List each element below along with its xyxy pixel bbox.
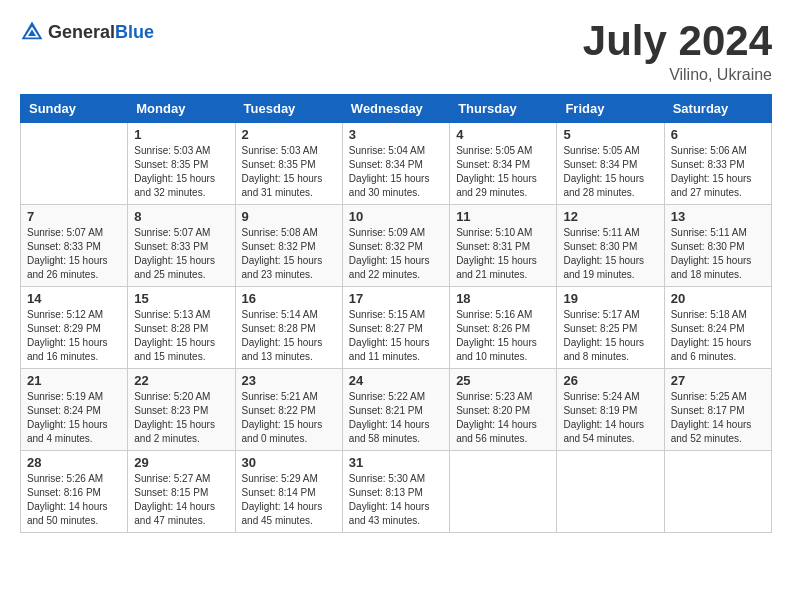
day-info: Sunrise: 5:06 AM Sunset: 8:33 PM Dayligh…: [671, 144, 765, 200]
day-info: Sunrise: 5:14 AM Sunset: 8:28 PM Dayligh…: [242, 308, 336, 364]
calendar-cell-w5-d4: 31Sunrise: 5:30 AM Sunset: 8:13 PM Dayli…: [342, 451, 449, 533]
location-subtitle: Vilino, Ukraine: [583, 66, 772, 84]
day-number: 18: [456, 291, 550, 306]
day-info: Sunrise: 5:04 AM Sunset: 8:34 PM Dayligh…: [349, 144, 443, 200]
calendar-cell-w4-d2: 22Sunrise: 5:20 AM Sunset: 8:23 PM Dayli…: [128, 369, 235, 451]
month-title: July 2024: [583, 20, 772, 62]
day-number: 28: [27, 455, 121, 470]
day-number: 12: [563, 209, 657, 224]
logo-blue-text: Blue: [115, 22, 154, 42]
day-info: Sunrise: 5:27 AM Sunset: 8:15 PM Dayligh…: [134, 472, 228, 528]
day-info: Sunrise: 5:21 AM Sunset: 8:22 PM Dayligh…: [242, 390, 336, 446]
calendar-cell-w3-d4: 17Sunrise: 5:15 AM Sunset: 8:27 PM Dayli…: [342, 287, 449, 369]
day-number: 15: [134, 291, 228, 306]
header-friday: Friday: [557, 95, 664, 123]
day-info: Sunrise: 5:11 AM Sunset: 8:30 PM Dayligh…: [671, 226, 765, 282]
day-info: Sunrise: 5:03 AM Sunset: 8:35 PM Dayligh…: [134, 144, 228, 200]
day-number: 22: [134, 373, 228, 388]
day-info: Sunrise: 5:10 AM Sunset: 8:31 PM Dayligh…: [456, 226, 550, 282]
day-number: 26: [563, 373, 657, 388]
day-info: Sunrise: 5:25 AM Sunset: 8:17 PM Dayligh…: [671, 390, 765, 446]
day-info: Sunrise: 5:22 AM Sunset: 8:21 PM Dayligh…: [349, 390, 443, 446]
calendar-cell-w5-d7: [664, 451, 771, 533]
day-info: Sunrise: 5:24 AM Sunset: 8:19 PM Dayligh…: [563, 390, 657, 446]
day-info: Sunrise: 5:11 AM Sunset: 8:30 PM Dayligh…: [563, 226, 657, 282]
day-info: Sunrise: 5:29 AM Sunset: 8:14 PM Dayligh…: [242, 472, 336, 528]
day-info: Sunrise: 5:23 AM Sunset: 8:20 PM Dayligh…: [456, 390, 550, 446]
calendar-cell-w4-d3: 23Sunrise: 5:21 AM Sunset: 8:22 PM Dayli…: [235, 369, 342, 451]
day-number: 11: [456, 209, 550, 224]
day-number: 21: [27, 373, 121, 388]
day-info: Sunrise: 5:17 AM Sunset: 8:25 PM Dayligh…: [563, 308, 657, 364]
calendar-cell-w5-d1: 28Sunrise: 5:26 AM Sunset: 8:16 PM Dayli…: [21, 451, 128, 533]
calendar-cell-w1-d3: 2Sunrise: 5:03 AM Sunset: 8:35 PM Daylig…: [235, 123, 342, 205]
day-info: Sunrise: 5:07 AM Sunset: 8:33 PM Dayligh…: [27, 226, 121, 282]
day-number: 1: [134, 127, 228, 142]
calendar-cell-w2-d7: 13Sunrise: 5:11 AM Sunset: 8:30 PM Dayli…: [664, 205, 771, 287]
calendar-cell-w1-d1: [21, 123, 128, 205]
calendar-week-3: 14Sunrise: 5:12 AM Sunset: 8:29 PM Dayli…: [21, 287, 772, 369]
day-info: Sunrise: 5:12 AM Sunset: 8:29 PM Dayligh…: [27, 308, 121, 364]
calendar-cell-w3-d6: 19Sunrise: 5:17 AM Sunset: 8:25 PM Dayli…: [557, 287, 664, 369]
calendar-header-row: Sunday Monday Tuesday Wednesday Thursday…: [21, 95, 772, 123]
day-info: Sunrise: 5:05 AM Sunset: 8:34 PM Dayligh…: [563, 144, 657, 200]
day-number: 31: [349, 455, 443, 470]
calendar-cell-w1-d4: 3Sunrise: 5:04 AM Sunset: 8:34 PM Daylig…: [342, 123, 449, 205]
calendar-cell-w3-d5: 18Sunrise: 5:16 AM Sunset: 8:26 PM Dayli…: [450, 287, 557, 369]
header-monday: Monday: [128, 95, 235, 123]
calendar-table: Sunday Monday Tuesday Wednesday Thursday…: [20, 94, 772, 533]
header-sunday: Sunday: [21, 95, 128, 123]
calendar-cell-w5-d3: 30Sunrise: 5:29 AM Sunset: 8:14 PM Dayli…: [235, 451, 342, 533]
calendar-cell-w2-d2: 8Sunrise: 5:07 AM Sunset: 8:33 PM Daylig…: [128, 205, 235, 287]
calendar-cell-w3-d1: 14Sunrise: 5:12 AM Sunset: 8:29 PM Dayli…: [21, 287, 128, 369]
calendar-cell-w1-d2: 1Sunrise: 5:03 AM Sunset: 8:35 PM Daylig…: [128, 123, 235, 205]
day-info: Sunrise: 5:19 AM Sunset: 8:24 PM Dayligh…: [27, 390, 121, 446]
day-number: 5: [563, 127, 657, 142]
calendar-cell-w4-d1: 21Sunrise: 5:19 AM Sunset: 8:24 PM Dayli…: [21, 369, 128, 451]
calendar-cell-w5-d5: [450, 451, 557, 533]
day-number: 29: [134, 455, 228, 470]
day-number: 27: [671, 373, 765, 388]
header-tuesday: Tuesday: [235, 95, 342, 123]
page-header: GeneralBlue July 2024 Vilino, Ukraine: [20, 20, 772, 84]
day-number: 2: [242, 127, 336, 142]
calendar-cell-w1-d7: 6Sunrise: 5:06 AM Sunset: 8:33 PM Daylig…: [664, 123, 771, 205]
day-info: Sunrise: 5:18 AM Sunset: 8:24 PM Dayligh…: [671, 308, 765, 364]
calendar-cell-w2-d6: 12Sunrise: 5:11 AM Sunset: 8:30 PM Dayli…: [557, 205, 664, 287]
day-number: 10: [349, 209, 443, 224]
calendar-cell-w4-d5: 25Sunrise: 5:23 AM Sunset: 8:20 PM Dayli…: [450, 369, 557, 451]
logo-general-text: General: [48, 22, 115, 42]
calendar-cell-w3-d3: 16Sunrise: 5:14 AM Sunset: 8:28 PM Dayli…: [235, 287, 342, 369]
day-info: Sunrise: 5:05 AM Sunset: 8:34 PM Dayligh…: [456, 144, 550, 200]
calendar-cell-w4-d4: 24Sunrise: 5:22 AM Sunset: 8:21 PM Dayli…: [342, 369, 449, 451]
day-info: Sunrise: 5:26 AM Sunset: 8:16 PM Dayligh…: [27, 472, 121, 528]
day-number: 25: [456, 373, 550, 388]
day-info: Sunrise: 5:30 AM Sunset: 8:13 PM Dayligh…: [349, 472, 443, 528]
calendar-week-1: 1Sunrise: 5:03 AM Sunset: 8:35 PM Daylig…: [21, 123, 772, 205]
calendar-week-2: 7Sunrise: 5:07 AM Sunset: 8:33 PM Daylig…: [21, 205, 772, 287]
day-number: 13: [671, 209, 765, 224]
day-info: Sunrise: 5:15 AM Sunset: 8:27 PM Dayligh…: [349, 308, 443, 364]
title-section: July 2024 Vilino, Ukraine: [583, 20, 772, 84]
calendar-cell-w3-d7: 20Sunrise: 5:18 AM Sunset: 8:24 PM Dayli…: [664, 287, 771, 369]
day-number: 4: [456, 127, 550, 142]
header-wednesday: Wednesday: [342, 95, 449, 123]
logo: GeneralBlue: [20, 20, 154, 44]
calendar-cell-w2-d1: 7Sunrise: 5:07 AM Sunset: 8:33 PM Daylig…: [21, 205, 128, 287]
header-thursday: Thursday: [450, 95, 557, 123]
day-number: 17: [349, 291, 443, 306]
day-number: 16: [242, 291, 336, 306]
day-info: Sunrise: 5:03 AM Sunset: 8:35 PM Dayligh…: [242, 144, 336, 200]
day-info: Sunrise: 5:08 AM Sunset: 8:32 PM Dayligh…: [242, 226, 336, 282]
calendar-cell-w2-d4: 10Sunrise: 5:09 AM Sunset: 8:32 PM Dayli…: [342, 205, 449, 287]
calendar-cell-w1-d6: 5Sunrise: 5:05 AM Sunset: 8:34 PM Daylig…: [557, 123, 664, 205]
day-info: Sunrise: 5:20 AM Sunset: 8:23 PM Dayligh…: [134, 390, 228, 446]
day-number: 7: [27, 209, 121, 224]
calendar-cell-w4-d7: 27Sunrise: 5:25 AM Sunset: 8:17 PM Dayli…: [664, 369, 771, 451]
calendar-week-4: 21Sunrise: 5:19 AM Sunset: 8:24 PM Dayli…: [21, 369, 772, 451]
day-number: 9: [242, 209, 336, 224]
day-info: Sunrise: 5:13 AM Sunset: 8:28 PM Dayligh…: [134, 308, 228, 364]
calendar-cell-w5-d6: [557, 451, 664, 533]
calendar-cell-w2-d5: 11Sunrise: 5:10 AM Sunset: 8:31 PM Dayli…: [450, 205, 557, 287]
calendar-cell-w3-d2: 15Sunrise: 5:13 AM Sunset: 8:28 PM Dayli…: [128, 287, 235, 369]
